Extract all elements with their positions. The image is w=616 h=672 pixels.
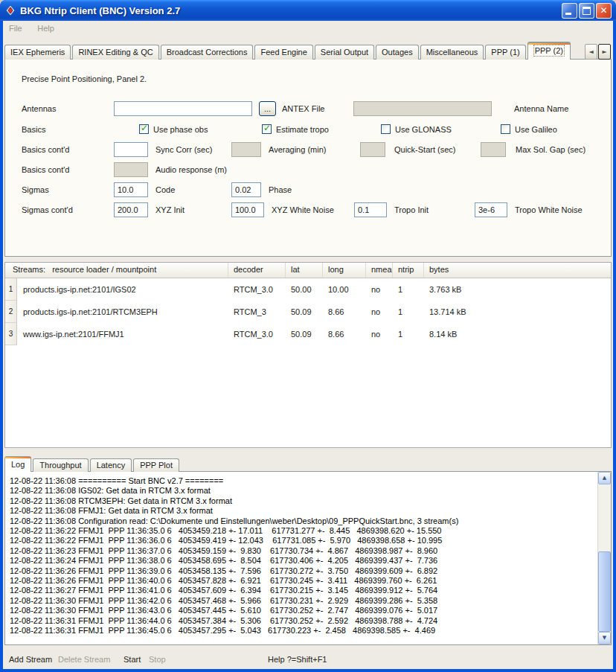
- log-line: 12-08-22 11:36:31 FFMJ1 PPP 11:36:45.0 6…: [10, 626, 597, 636]
- tab-miscellaneous[interactable]: Miscellaneous: [420, 45, 484, 60]
- scroll-thumb[interactable]: [598, 551, 611, 632]
- delete-stream-button: Delete Stream: [58, 651, 110, 668]
- sync-corr-input[interactable]: [114, 142, 148, 157]
- close-button[interactable]: [596, 3, 612, 19]
- stop-button: Stop: [149, 651, 166, 668]
- log-line: 12-08-22 11:36:08 Configuration read: C:…: [10, 516, 597, 526]
- add-stream-button[interactable]: Add Stream: [9, 651, 52, 668]
- minimize-button[interactable]: [562, 3, 577, 19]
- antennas-input[interactable]: [114, 101, 252, 116]
- basics-contd-label: Basics cont'd: [22, 142, 69, 157]
- titlebar: BKG Ntrip Client (BNC) Version 2.7: [0, 0, 616, 21]
- basics-contd-row: Basics cont'd Sync Corr (sec) Averaging …: [5, 142, 611, 157]
- tab-scroll-right-icon[interactable]: [598, 44, 611, 60]
- col-header-decoder[interactable]: decoder: [228, 263, 286, 278]
- log-line: 12-08-22 11:36:22 FFMJ1 PPP 11:36:36.0 6…: [10, 536, 597, 545]
- tab-ppp-plot[interactable]: PPP Plot: [133, 458, 179, 472]
- max-sol-gap-label: Max Sol. Gap (sec): [516, 142, 585, 157]
- col-header-long[interactable]: long: [323, 263, 366, 278]
- use-glonass-checkbox[interactable]: [381, 124, 391, 134]
- window-controls: [562, 3, 612, 19]
- tab-serial-output[interactable]: Serial Output: [315, 45, 374, 60]
- tab-outages[interactable]: Outages: [376, 45, 419, 60]
- tropo-white-noise-label: Tropo White Noise: [515, 202, 583, 217]
- basics-contd2-row: Basics cont'd Audio response (m): [5, 162, 611, 177]
- tab-latency[interactable]: Latency: [90, 458, 132, 472]
- use-phase-obs-checkbox[interactable]: [139, 124, 149, 134]
- audio-response-input: [114, 162, 148, 177]
- tab-rinex-editing-qc[interactable]: RINEX Editing & QC: [72, 45, 158, 60]
- max-sol-gap-input: [481, 142, 506, 157]
- window-title: BKG Ntrip Client (BNC) Version 2.7: [20, 5, 562, 16]
- sigmas-label: Sigmas: [22, 182, 49, 197]
- col-header-nmea[interactable]: nmea: [366, 263, 393, 278]
- tab-scroll-left-icon[interactable]: [585, 44, 597, 60]
- scroll-up-icon[interactable]: [598, 472, 611, 484]
- quick-start-label: Quick-Start (sec): [394, 142, 456, 157]
- basics-row: Basics Use phase obs Estimate tropo Use …: [5, 122, 611, 137]
- antex-file-label: ANTEX File: [282, 101, 324, 116]
- bottom-tabbar: Log Throughput Latency PPP Plot: [4, 456, 181, 472]
- xyz-white-noise-label: XYZ White Noise: [272, 202, 334, 217]
- help-hint: Help ?=Shift+F1: [268, 651, 327, 668]
- use-phase-obs-label: Use phase obs: [153, 122, 208, 137]
- tropo-init-input[interactable]: [354, 202, 387, 217]
- xyz-init-input[interactable]: [114, 202, 148, 217]
- log-scrollbar[interactable]: [597, 472, 611, 644]
- cell-decoder: RTCM_3: [228, 301, 286, 323]
- tab-broadcast-corrections[interactable]: Broadcast Corrections: [161, 45, 254, 60]
- sigma-phase-input[interactable]: [231, 182, 261, 197]
- antennas-label: Antennas: [22, 101, 56, 116]
- sigma-code-label: Code: [155, 182, 175, 197]
- antennas-row: Antennas ... ANTEX File Antenna Name: [5, 101, 611, 116]
- use-galileo-label: Use Galileo: [515, 122, 557, 137]
- stream-row-1[interactable]: 1 products.igs-ip.net:2101/IGS02 RTCM_3.…: [5, 278, 611, 301]
- menu-file[interactable]: File: [3, 21, 28, 33]
- start-button[interactable]: Start: [123, 651, 141, 668]
- log-line: 12-08-22 11:36:27 FFMJ1 PPP 11:36:41.0 6…: [10, 586, 597, 595]
- tab-throughput[interactable]: Throughput: [33, 458, 88, 472]
- tab-ppp-1[interactable]: PPP (1): [485, 45, 525, 60]
- scroll-down-icon[interactable]: [598, 632, 611, 644]
- app-icon: [4, 4, 16, 16]
- cell-decoder: RTCM_3.0: [228, 323, 286, 345]
- row-number: 3: [5, 323, 17, 345]
- xyz-white-noise-input[interactable]: [231, 202, 264, 217]
- col-header-mountpoint[interactable]: Streams: resource loader / mountpoint: [5, 263, 228, 278]
- cell-lat: 50.09: [286, 301, 323, 323]
- col-header-bytes[interactable]: bytes: [424, 263, 611, 278]
- window-body: File Help IEX Ephemeris RINEX Editing & …: [3, 21, 613, 669]
- tropo-white-noise-input[interactable]: [475, 202, 507, 217]
- cell-nmea: no: [366, 301, 393, 323]
- tab-log[interactable]: Log: [4, 456, 31, 472]
- stream-row-3[interactable]: 3 www.igs-ip.net:2101/FFMJ1 RTCM_3.0 50.…: [5, 323, 611, 345]
- use-galileo-checkbox[interactable]: [501, 124, 510, 134]
- log-line: 12-08-22 11:36:23 FFMJ1 PPP 11:36:37.0 6…: [10, 546, 597, 556]
- log-line: 12-08-22 11:36:22 FFMJ1 PPP 11:36:35.0 6…: [10, 526, 597, 536]
- col-header-ntrip[interactable]: ntrip: [393, 263, 424, 278]
- averaging-input: [231, 142, 261, 157]
- streams-header-row: Streams: resource loader / mountpoint de…: [5, 263, 611, 278]
- antex-browse-button[interactable]: ...: [259, 101, 276, 116]
- menubar: File Help: [3, 21, 613, 37]
- estimate-tropo-checkbox[interactable]: [262, 124, 272, 134]
- cell-lat: 50.00: [286, 278, 323, 301]
- cell-ntrip: 1: [393, 301, 424, 323]
- sync-corr-label: Sync Corr (sec): [155, 142, 212, 157]
- sigmas-row: Sigmas Code Phase: [5, 182, 611, 197]
- cell-long: 8.66: [323, 323, 366, 345]
- log-panel: 12-08-22 11:36:08 ========== Start BNC v…: [4, 471, 612, 645]
- sigmas-contd-label: Sigmas cont'd: [22, 202, 73, 217]
- tab-feed-engine[interactable]: Feed Engine: [254, 45, 312, 60]
- cell-nmea: no: [366, 323, 393, 345]
- tab-rinex-ephemeris[interactable]: IEX Ephemeris: [4, 45, 71, 60]
- menu-help[interactable]: Help: [31, 21, 60, 33]
- cell-ntrip: 1: [393, 323, 424, 345]
- tab-ppp-2[interactable]: PPP (2): [527, 42, 571, 60]
- col-header-lat[interactable]: lat: [286, 263, 323, 278]
- maximize-button[interactable]: [579, 3, 594, 19]
- log-line: 12-08-22 11:36:08 ========== Start BNC v…: [10, 476, 597, 486]
- sigma-code-input[interactable]: [114, 182, 148, 197]
- stream-row-2[interactable]: 2 products.igs-ip.net:2101/RTCM3EPH RTCM…: [5, 301, 611, 323]
- row-number: 1: [5, 278, 17, 301]
